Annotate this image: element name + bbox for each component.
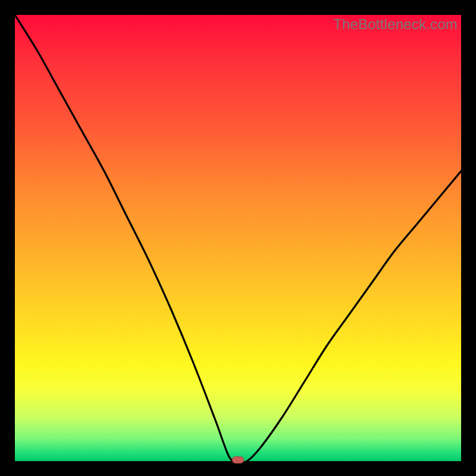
curve-path — [15, 15, 461, 462]
minimum-marker — [232, 456, 244, 464]
plot-area: TheBottleneck.com — [15, 15, 461, 461]
chart-frame: TheBottleneck.com — [0, 0, 476, 476]
bottleneck-curve — [15, 15, 461, 461]
